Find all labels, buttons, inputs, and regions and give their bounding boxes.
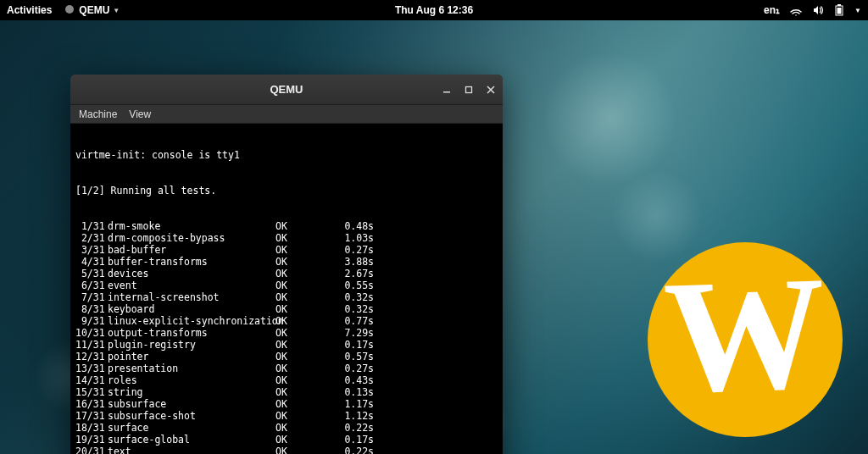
test-result-row: 11/31plugin-registryOK0.17s: [75, 339, 498, 351]
menu-view[interactable]: View: [129, 108, 151, 120]
test-result-row: 19/31surface-globalOK0.17s: [75, 434, 498, 446]
test-result-row: 3/31bad-bufferOK0.27s: [75, 244, 498, 256]
terminal-line: [1/2] Running all tests.: [75, 185, 498, 197]
app-menu-label: QEMU: [79, 4, 109, 16]
wallpaper-sparkle: [542, 51, 678, 186]
svg-rect-5: [466, 86, 472, 92]
window-titlebar[interactable]: QEMU: [70, 75, 503, 105]
test-result-row: 20/31textOK0.22s: [75, 446, 498, 454]
svg-rect-3: [837, 8, 842, 14]
chevron-down-icon[interactable]: ▼: [854, 7, 861, 14]
app-menu[interactable]: QEMU ▼: [64, 3, 120, 18]
svg-rect-2: [837, 4, 841, 6]
terminal-line: virtme-init: console is tty1: [75, 149, 498, 161]
close-button[interactable]: [484, 83, 498, 97]
svg-point-0: [65, 5, 74, 14]
test-result-row: 7/31internal-screenshotOK0.32s: [75, 291, 498, 303]
test-result-row: 6/31eventOK0.55s: [75, 280, 498, 291]
test-result-row: 17/31subsurface-shotOK1.12s: [75, 410, 498, 422]
menu-machine[interactable]: Machine: [79, 108, 117, 120]
top-panel: Activities QEMU ▼ Thu Aug 6 12:36 en₁ ▼: [0, 0, 868, 20]
window-title: QEMU: [270, 83, 303, 96]
test-result-row: 8/31keyboardOK0.32s: [75, 303, 498, 315]
window-menubar: Machine View: [70, 105, 503, 124]
terminal-output[interactable]: virtme-init: console is tty1 [1/2] Runni…: [70, 124, 503, 454]
test-result-row: 1/31drm-smokeOK0.48s: [75, 220, 498, 232]
test-result-row: 16/31subsurfaceOK1.17s: [75, 398, 498, 410]
activities-button[interactable]: Activities: [7, 4, 52, 16]
wayland-logo: W: [648, 242, 843, 437]
minimize-button[interactable]: [440, 83, 453, 97]
test-result-row: 14/31rolesOK0.43s: [75, 374, 498, 386]
qemu-icon: [64, 3, 75, 18]
wayland-logo-letter: W: [662, 252, 829, 418]
test-result-row: 15/31stringOK0.13s: [75, 386, 498, 398]
battery-icon[interactable]: [834, 4, 844, 16]
maximize-button[interactable]: [462, 83, 476, 97]
qemu-window: QEMU Machine View virtme-init: console i…: [70, 75, 503, 454]
test-result-row: 13/31presentationOK0.27s: [75, 363, 498, 374]
test-result-row: 4/31buffer-transformsOK3.88s: [75, 256, 498, 268]
chevron-down-icon: ▼: [113, 7, 120, 14]
test-result-row: 2/31drm-composite-bypassOK1.03s: [75, 232, 498, 244]
test-result-row: 12/31pointerOK0.57s: [75, 351, 498, 363]
test-result-row: 5/31devicesOK2.67s: [75, 268, 498, 280]
test-result-row: 10/31output-transformsOK7.29s: [75, 327, 498, 339]
test-result-row: 9/31linux-explicit-synchronizationOK0.77…: [75, 315, 498, 327]
test-result-row: 18/31surfaceOK0.22s: [75, 422, 498, 434]
volume-icon[interactable]: [812, 4, 824, 16]
panel-clock[interactable]: Thu Aug 6 12:36: [395, 4, 473, 16]
network-icon[interactable]: [790, 4, 802, 16]
keyboard-layout-indicator[interactable]: en₁: [764, 4, 780, 16]
svg-rect-4: [443, 91, 450, 93]
